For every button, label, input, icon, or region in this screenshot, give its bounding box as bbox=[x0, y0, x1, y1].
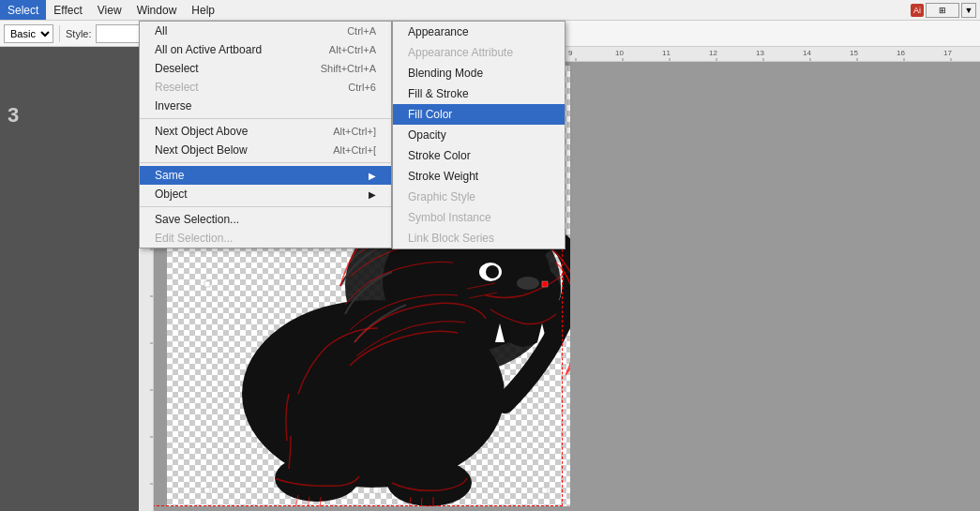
same-submenu: Appearance Appearance Attribute Blending… bbox=[392, 21, 565, 249]
arrow-btn[interactable]: ▼ bbox=[961, 3, 976, 18]
style-label: Style: bbox=[66, 28, 92, 39]
svg-rect-63 bbox=[542, 488, 548, 493]
svg-point-53 bbox=[486, 265, 499, 278]
svg-text:17: 17 bbox=[943, 49, 952, 57]
svg-rect-66 bbox=[204, 281, 210, 287]
submenu-item-graphic-style: Graphic Style bbox=[393, 187, 565, 207]
svg-text:14: 14 bbox=[803, 49, 811, 57]
menu-sep-1 bbox=[140, 118, 391, 119]
menu-item-inverse[interactable]: Inverse bbox=[140, 97, 391, 115]
menu-item-save-selection[interactable]: Save Selection... bbox=[140, 210, 391, 229]
left-panel: 3 bbox=[0, 47, 139, 511]
submenu-item-opacity[interactable]: Opacity bbox=[393, 125, 565, 145]
menu-item-reselect: Reselect Ctrl+6 bbox=[140, 78, 391, 97]
svg-text:9: 9 bbox=[568, 49, 573, 57]
page-number: 3 bbox=[8, 103, 19, 128]
menu-select[interactable]: Select bbox=[0, 0, 46, 20]
menu-item-next-above[interactable]: Next Object Above Alt+Ctrl+] bbox=[140, 122, 391, 141]
menu-item-all[interactable]: All Ctrl+A bbox=[140, 22, 391, 40]
svg-text:16: 16 bbox=[897, 49, 905, 57]
menu-view[interactable]: View bbox=[90, 0, 129, 20]
menu-item-all-active[interactable]: All on Active Artboard Alt+Ctrl+A bbox=[140, 40, 391, 59]
submenu-item-fill-stroke[interactable]: Fill & Stroke bbox=[393, 83, 565, 104]
svg-text:15: 15 bbox=[850, 49, 858, 57]
submenu-item-blending-mode[interactable]: Blending Mode bbox=[393, 63, 565, 83]
menu-item-object[interactable]: Object ▶ bbox=[140, 185, 391, 203]
svg-rect-65 bbox=[204, 488, 210, 493]
menu-effect[interactable]: Effect bbox=[46, 0, 89, 20]
svg-text:10: 10 bbox=[615, 49, 624, 57]
svg-rect-56 bbox=[287, 375, 348, 488]
svg-text:13: 13 bbox=[756, 49, 764, 57]
svg-rect-57 bbox=[397, 384, 458, 492]
menu-help[interactable]: Help bbox=[184, 0, 222, 20]
submenu-item-stroke-weight[interactable]: Stroke Weight bbox=[393, 166, 565, 187]
svg-text:11: 11 bbox=[662, 49, 671, 57]
mode-select[interactable]: Basic bbox=[4, 24, 53, 43]
svg-text:12: 12 bbox=[709, 49, 717, 57]
toolbar-sep-1 bbox=[59, 25, 60, 42]
submenu-item-fill-color[interactable]: Fill Color bbox=[393, 104, 565, 125]
svg-point-58 bbox=[517, 277, 539, 290]
menu-sep-3 bbox=[140, 206, 391, 207]
menu-item-deselect[interactable]: Deselect Shift+Ctrl+A bbox=[140, 59, 391, 78]
menu-item-next-below[interactable]: Next Object Below Alt+Ctrl+[ bbox=[140, 141, 391, 159]
menu-bar: Select Effect View Window Help Ai ⊞ ▼ bbox=[0, 0, 980, 21]
view-mode-btn[interactable]: ⊞ bbox=[926, 3, 959, 18]
submenu-item-link-block-series: Link Block Series bbox=[393, 228, 565, 248]
submenu-item-appearance-attr: Appearance Attribute bbox=[393, 42, 565, 63]
menu-window[interactable]: Window bbox=[129, 0, 185, 20]
select-dropdown-menu: All Ctrl+A All on Active Artboard Alt+Ct… bbox=[139, 21, 392, 248]
submenu-item-symbol-instance: Symbol Instance bbox=[393, 207, 565, 228]
submenu-item-appearance[interactable]: Appearance bbox=[393, 22, 565, 42]
menu-sep-2 bbox=[140, 162, 391, 163]
menu-item-same[interactable]: Same ▶ bbox=[140, 166, 391, 185]
ai-icon: Ai bbox=[911, 4, 924, 17]
submenu-item-stroke-color[interactable]: Stroke Color bbox=[393, 145, 565, 166]
svg-rect-64 bbox=[373, 488, 379, 493]
menu-item-edit-selection: Edit Selection... bbox=[140, 229, 391, 248]
svg-rect-62 bbox=[542, 281, 548, 287]
